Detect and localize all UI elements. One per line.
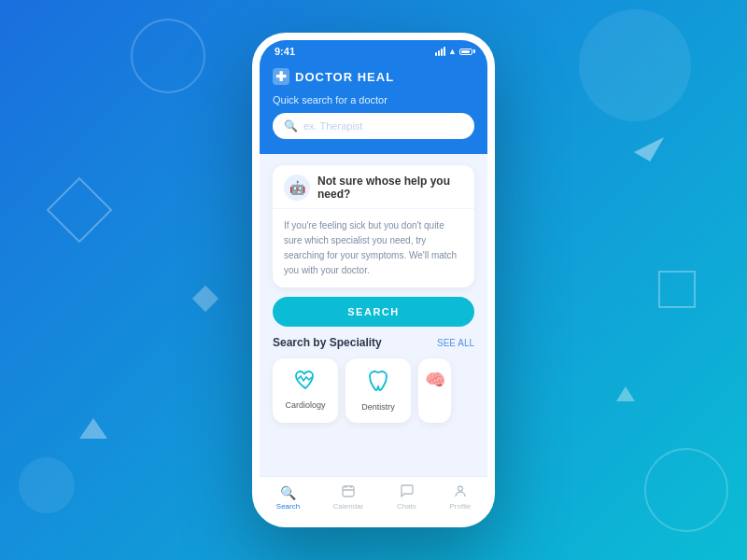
speciality-card-cardiology[interactable]: Cardiology bbox=[273, 358, 338, 423]
cardiology-icon bbox=[294, 370, 317, 395]
bg-triangle-bottom-right bbox=[616, 386, 635, 401]
search-bar[interactable]: 🔍 ex. Therapist bbox=[273, 113, 474, 139]
bg-circle-bottom-left bbox=[19, 457, 75, 513]
status-icons: ▲ bbox=[435, 47, 472, 56]
speciality-card-dentistry[interactable]: Dentistry bbox=[345, 358, 411, 423]
bg-square-right bbox=[658, 271, 696, 308]
nav-chats-label: Chats bbox=[397, 502, 416, 511]
svg-point-4 bbox=[458, 486, 462, 491]
svg-rect-0 bbox=[343, 486, 354, 497]
bg-triangle-top-right bbox=[634, 128, 664, 161]
plus-icon: ✚ bbox=[273, 68, 289, 85]
nav-calendar[interactable]: Calendar bbox=[333, 484, 363, 511]
phone-frame: 9:41 ▲ ✚ DOCTOR HEAL Quick search f bbox=[252, 33, 495, 527]
speciality-grid: Cardiology Dentistry 🧠 bbox=[273, 358, 474, 423]
nav-profile-icon bbox=[454, 484, 467, 500]
nav-chats[interactable]: Chats bbox=[397, 484, 416, 511]
nav-profile-label: Profile bbox=[449, 502, 471, 511]
search-placeholder: ex. Therapist bbox=[303, 120, 463, 132]
app-title-row: ✚ DOCTOR HEAL bbox=[273, 68, 474, 85]
speciality-title: Search by Speciality bbox=[273, 336, 382, 349]
not-sure-header: 🤖 Not sure whose help you need? bbox=[273, 165, 474, 209]
speciality-card-partial[interactable]: 🧠 bbox=[418, 358, 451, 423]
nav-chats-icon bbox=[400, 484, 414, 500]
speciality-section: Search by Speciality SEE ALL Cardiology bbox=[273, 336, 474, 423]
not-sure-title: Not sure whose help you need? bbox=[317, 175, 463, 201]
bottom-nav: 🔍 Search Calendar bbox=[260, 476, 487, 520]
search-icon: 🔍 bbox=[284, 119, 298, 133]
robot-icon: 🤖 bbox=[284, 175, 310, 201]
nav-calendar-icon bbox=[342, 484, 355, 500]
app-header: ✚ DOCTOR HEAL Quick search for a doctor … bbox=[260, 61, 487, 154]
bg-diamond-left bbox=[47, 177, 113, 244]
search-label: Quick search for a doctor bbox=[273, 94, 474, 105]
signal-bars bbox=[435, 47, 445, 56]
app-name: DOCTOR HEAL bbox=[295, 70, 394, 84]
nav-search-label: Search bbox=[276, 502, 300, 511]
nav-search[interactable]: 🔍 Search bbox=[276, 485, 300, 511]
nav-search-icon: 🔍 bbox=[280, 485, 296, 500]
search-button[interactable]: SEARCH bbox=[273, 297, 474, 327]
wifi-icon: ▲ bbox=[448, 47, 457, 56]
bg-diamond-small bbox=[192, 286, 218, 312]
dentistry-label: Dentistry bbox=[361, 402, 395, 412]
battery-icon bbox=[459, 49, 472, 55]
bg-circle-top-right bbox=[579, 9, 691, 121]
bg-circle-top-left bbox=[131, 19, 205, 93]
nav-profile[interactable]: Profile bbox=[449, 484, 471, 511]
status-time: 9:41 bbox=[275, 46, 295, 57]
cardiology-label: Cardiology bbox=[285, 400, 325, 410]
not-sure-card: 🤖 Not sure whose help you need? If you'r… bbox=[273, 165, 474, 287]
main-content: 🤖 Not sure whose help you need? If you'r… bbox=[260, 154, 487, 476]
bg-circle-bottom-right bbox=[644, 448, 728, 532]
nav-calendar-label: Calendar bbox=[333, 502, 363, 511]
neurology-icon: 🧠 bbox=[425, 370, 445, 390]
status-bar: 9:41 ▲ bbox=[260, 40, 487, 61]
see-all-button[interactable]: SEE ALL bbox=[437, 338, 474, 348]
speciality-header: Search by Speciality SEE ALL bbox=[273, 336, 474, 349]
not-sure-body: If you're feeling sick but you don't qui… bbox=[273, 209, 474, 287]
bg-triangle-bottom-left bbox=[79, 418, 107, 439]
dentistry-icon bbox=[368, 370, 388, 397]
